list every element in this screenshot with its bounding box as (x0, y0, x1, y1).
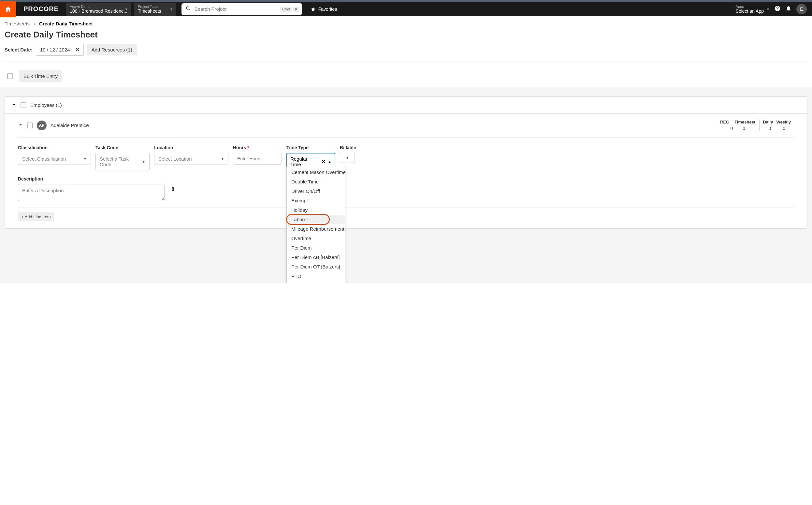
employee-checkbox[interactable] (27, 123, 33, 128)
classification-placeholder: Select Classification (22, 156, 66, 162)
help-icon (774, 5, 781, 12)
time-type-option[interactable]: PTO (287, 272, 345, 281)
time-type-option[interactable]: Per Diem OT [Balzers] (287, 262, 345, 272)
highlight-ring (286, 214, 330, 225)
employee-toggle[interactable] (18, 122, 23, 128)
clear-time-type-icon[interactable]: ✕ (322, 159, 326, 164)
employee-avatar: AP (37, 121, 46, 130)
project-value: 100 - Brentwood Residenc... (70, 8, 127, 14)
tools-value: Timesheets (138, 8, 161, 14)
user-avatar[interactable]: E (796, 4, 807, 14)
time-type-option[interactable]: Double Time (287, 177, 345, 186)
caret-down-icon: ▼ (346, 156, 349, 160)
trash-icon (170, 186, 176, 192)
breadcrumb: Timesheets › Create Daily Timesheet (0, 16, 812, 30)
star-icon (311, 7, 316, 12)
time-type-option[interactable]: Driver On/Off (287, 186, 345, 196)
caret-up-icon: ▲ (328, 160, 331, 164)
project-label: Agave Demo (70, 5, 127, 8)
apps-selector[interactable]: Apps Select an App ▼ (733, 3, 770, 15)
time-type-option[interactable]: Holiday (287, 205, 345, 215)
logo: PROCORE (16, 5, 66, 13)
time-type-option[interactable]: REGULAR WAGES (287, 281, 345, 283)
section-label: Employees (1) (30, 102, 62, 108)
help-button[interactable] (774, 5, 781, 13)
description-textarea[interactable] (18, 184, 165, 201)
location-label: Location (154, 145, 228, 150)
classification-label: Classification (18, 145, 91, 150)
time-type-option[interactable]: Per Diem AB [Balzers] (287, 252, 345, 262)
page-title: Create Daily Timesheet (5, 30, 807, 40)
classification-select[interactable]: Select Classification ▼ (18, 153, 91, 165)
breadcrumb-parent[interactable]: Timesheets (5, 21, 30, 26)
hours-label: Hours * (233, 145, 282, 150)
search-shortcut: Cmd K (280, 7, 300, 12)
time-type-value: Regular Time (290, 156, 319, 167)
home-button[interactable] (0, 1, 16, 17)
delete-line-button[interactable] (170, 186, 176, 193)
billable-select[interactable]: ▼ (340, 153, 355, 163)
section-checkbox[interactable] (20, 102, 26, 108)
project-selector[interactable]: Agave Demo 100 - Brentwood Residenc... ▼ (66, 3, 131, 16)
time-type-option[interactable]: Exempt (287, 196, 345, 205)
billable-label: Billable (340, 145, 355, 150)
caret-down-icon: ▼ (170, 7, 173, 11)
daily-value: 0 (768, 126, 771, 131)
breadcrumb-current: Create Daily Timesheet (39, 21, 93, 26)
add-line-item-button[interactable]: + Add Line Item (18, 212, 54, 221)
time-type-option[interactable]: Mileage Reimbursement (287, 224, 345, 233)
caret-down-icon: ▼ (142, 160, 145, 164)
date-label: Select Date: (5, 47, 33, 52)
tools-selector[interactable]: Project Tools Timesheets ▼ (134, 3, 176, 16)
employee-name: Adelaide Prentice (50, 123, 89, 128)
bell-icon (785, 5, 792, 12)
location-placeholder: Select Location (158, 156, 192, 162)
time-type-label: Time Type (286, 145, 335, 150)
weekly-value: 0 (783, 126, 785, 131)
location-select[interactable]: Select Location ▼ (154, 153, 228, 165)
favorites-label: Favorites (318, 7, 337, 12)
task-code-label: Task Code (96, 145, 150, 150)
time-type-dropdown: Cement Mason OvertimeDouble TimeDriver O… (286, 166, 345, 283)
apps-value: Select an App (736, 8, 764, 14)
date-input[interactable]: 10 / 12 / 2024 ✕ (36, 44, 84, 56)
task-code-select[interactable]: Select a Task Code ▼ (96, 153, 150, 170)
home-icon (5, 6, 12, 13)
tools-label: Project Tools (138, 5, 172, 8)
weekly-label: Weekly (776, 120, 791, 125)
caret-down-icon: ▼ (125, 7, 128, 11)
chevron-down-icon (11, 102, 17, 107)
bulk-time-entry-button[interactable]: Bulk Time Entry (19, 70, 62, 82)
apps-label: Apps (736, 5, 764, 8)
timesheet-label: Timesheet (735, 120, 755, 125)
caret-down-icon: ▼ (221, 157, 224, 161)
time-type-option[interactable]: Laborer (287, 215, 345, 224)
select-all-checkbox[interactable] (7, 73, 13, 79)
chevron-right-icon: › (33, 21, 35, 26)
description-label: Description (18, 176, 165, 181)
time-type-option[interactable]: Per Diem (287, 243, 345, 252)
notifications-button[interactable] (785, 5, 792, 13)
daily-label: Daily (763, 120, 773, 125)
time-type-option[interactable]: Cement Mason Overtime (287, 167, 345, 177)
time-type-option[interactable]: Overtime (287, 233, 345, 243)
clear-date-icon[interactable]: ✕ (75, 46, 79, 53)
search-icon (185, 6, 191, 12)
caret-down-icon: ▼ (84, 157, 87, 161)
task-code-placeholder: Select a Task Code (100, 156, 140, 167)
timesheet-value: 0 (743, 126, 745, 131)
date-value: 10 / 12 / 2024 (40, 47, 70, 52)
hours-input[interactable] (233, 153, 282, 165)
reg-value: 0 (730, 126, 733, 131)
add-resources-button[interactable]: Add Resources (1) (87, 44, 137, 55)
reg-label: REG (720, 120, 729, 125)
section-toggle[interactable] (11, 102, 17, 108)
favorites-button[interactable]: Favorites (311, 7, 337, 12)
caret-down-icon: ▼ (766, 7, 770, 11)
chevron-down-icon (18, 122, 23, 127)
